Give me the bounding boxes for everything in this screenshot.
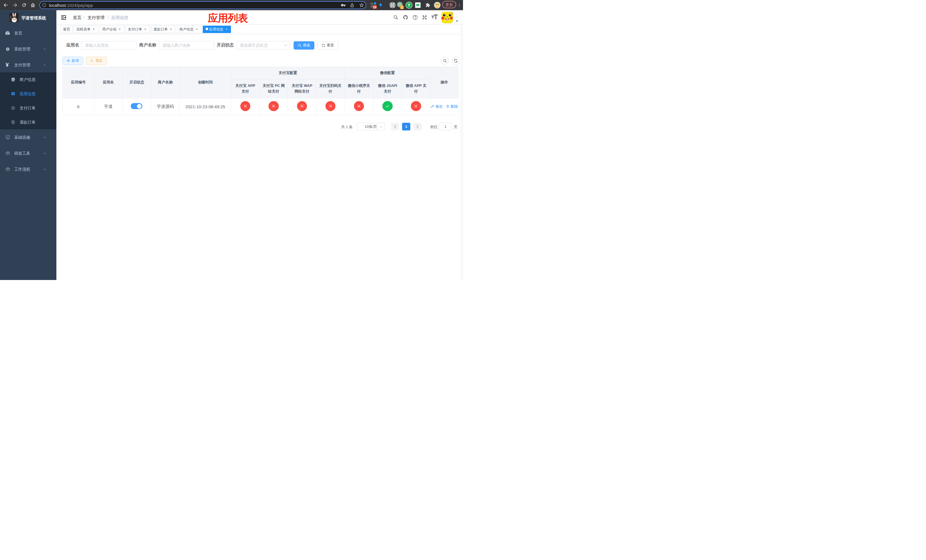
svg-text:10: 10 xyxy=(373,5,377,9)
svg-text:1: 1 xyxy=(401,6,403,9)
